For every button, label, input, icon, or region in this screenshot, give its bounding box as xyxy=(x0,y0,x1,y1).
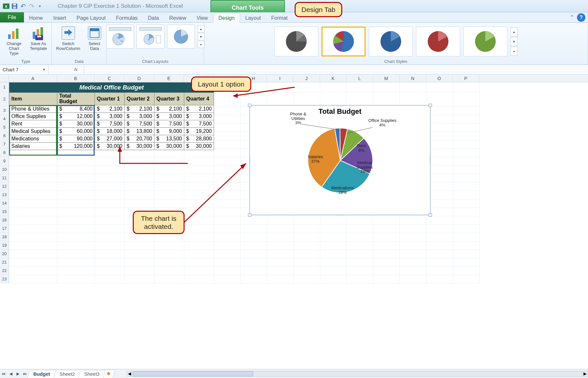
cell-q2[interactable]: $30,000 xyxy=(125,142,154,150)
row-head-8[interactable]: 8 xyxy=(0,148,9,157)
page-layout-tab[interactable]: Page Layout xyxy=(71,13,111,22)
chart-handle-se[interactable] xyxy=(429,213,432,217)
chart-handle-e[interactable]: ···· xyxy=(427,156,432,164)
review-tab[interactable]: Review xyxy=(164,13,191,22)
chart-style-2[interactable] xyxy=(322,27,366,56)
chart-style-5[interactable] xyxy=(463,27,507,56)
cell-q2[interactable]: $3,000 xyxy=(125,112,154,120)
select-all-corner[interactable] xyxy=(0,75,9,82)
cell-q3[interactable]: $3,000 xyxy=(154,112,184,120)
row-head-19[interactable]: 19 xyxy=(0,241,9,250)
chart-handle-n[interactable]: ···· xyxy=(336,103,344,108)
cell-q3[interactable]: $30,000 xyxy=(154,142,184,150)
row-head-14[interactable]: 14 xyxy=(0,199,9,207)
row-head-15[interactable]: 15 xyxy=(0,207,9,216)
chart-style-3[interactable] xyxy=(369,27,413,56)
row-head-7[interactable]: 7 xyxy=(0,140,9,148)
col-head-M[interactable]: M xyxy=(373,75,400,82)
cell-total[interactable]: $8,400 xyxy=(57,105,95,112)
redo-icon[interactable]: ↷ xyxy=(28,3,35,10)
worksheet-grid[interactable]: 1234567891011121314151617181920212223 Me… xyxy=(0,82,588,377)
chart-handle-nw[interactable] xyxy=(248,104,251,107)
chart-handle-s[interactable]: ···· xyxy=(336,212,344,217)
horizontal-scrollbar[interactable]: ◀ ▶ xyxy=(127,371,588,377)
sheet-nav-first[interactable]: ⏮ xyxy=(0,371,7,377)
cell-item[interactable]: Rent xyxy=(9,120,57,127)
design-tab[interactable]: Design xyxy=(213,13,240,23)
cell-q2[interactable]: $2,100 xyxy=(125,105,154,112)
col-head-K[interactable]: K xyxy=(320,75,346,82)
col-head-E[interactable]: E xyxy=(154,75,184,82)
fx-icon[interactable]: fx xyxy=(68,65,84,74)
col-head-O[interactable]: O xyxy=(426,75,453,82)
formula-input[interactable] xyxy=(84,65,588,74)
cell-q4[interactable]: $7,500 xyxy=(184,120,214,127)
chart-handle-ne[interactable] xyxy=(429,104,432,107)
row-head-6[interactable]: 6 xyxy=(0,132,9,140)
view-tab[interactable]: View xyxy=(191,13,213,22)
hscroll-thumb[interactable] xyxy=(133,371,253,376)
cell-q1[interactable]: $3,000 xyxy=(95,112,125,120)
sheet-nav-next[interactable]: ▶ xyxy=(15,371,21,377)
cell-total[interactable]: $12,000 xyxy=(57,112,95,120)
cell-q4[interactable]: $19,200 xyxy=(184,127,214,135)
cell-q1[interactable]: $2,100 xyxy=(95,105,125,112)
select-data-button[interactable]: Select Data xyxy=(85,25,104,52)
minimize-ribbon-icon[interactable]: ⌃ xyxy=(570,14,574,21)
row-head-16[interactable]: 16 xyxy=(0,216,9,224)
cell-total[interactable]: $60,000 xyxy=(57,127,95,135)
chart-layout-3[interactable] xyxy=(167,25,195,49)
cell-q1[interactable]: $30,000 xyxy=(95,142,125,150)
row-head-17[interactable]: 17 xyxy=(0,224,9,233)
row-head-22[interactable]: 22 xyxy=(0,266,9,275)
cell-q1[interactable]: $7,500 xyxy=(95,120,125,127)
cell-q3[interactable]: $2,100 xyxy=(154,105,184,112)
qat-dropdown-icon[interactable]: ▾ xyxy=(36,3,43,10)
row-head-10[interactable]: 10 xyxy=(0,165,9,174)
home-tab[interactable]: Home xyxy=(24,13,48,22)
col-head-L[interactable]: L xyxy=(346,75,373,82)
cell-q4[interactable]: $2,100 xyxy=(184,105,214,112)
cell-q1[interactable]: $18,000 xyxy=(95,127,125,135)
cell-q4[interactable]: $30,000 xyxy=(184,142,214,150)
col-head-C[interactable]: C xyxy=(95,75,124,82)
cell-item[interactable]: Salaries xyxy=(9,142,57,150)
save-icon[interactable] xyxy=(11,3,18,10)
cell-item[interactable]: Medications xyxy=(9,135,57,142)
sheet-tab-budget[interactable]: Budget xyxy=(28,370,56,378)
row-head-2[interactable]: 2 xyxy=(0,92,9,106)
col-head-P[interactable]: P xyxy=(453,75,479,82)
col-head-D[interactable]: D xyxy=(124,75,154,82)
col-head-A[interactable]: A xyxy=(9,75,57,82)
undo-icon[interactable]: ↶ xyxy=(19,3,27,10)
new-sheet-button[interactable]: ✱ xyxy=(103,370,115,378)
cell-item[interactable]: Medical Supplies xyxy=(9,127,57,135)
sheet-tab-sheet3[interactable]: Sheet3 xyxy=(78,370,106,378)
col-head-J[interactable]: J xyxy=(293,75,320,82)
cell-q3[interactable]: $7,500 xyxy=(154,120,184,127)
row-head-21[interactable]: 21 xyxy=(0,258,9,266)
format-tab[interactable]: Format xyxy=(266,13,293,22)
cell-q2[interactable]: $20,700 xyxy=(125,135,154,142)
col-head-I[interactable]: I xyxy=(267,75,293,82)
row-head-18[interactable]: 18 xyxy=(0,233,9,241)
switch-row-column-button[interactable]: Switch Row/Column xyxy=(55,25,81,52)
cell-item[interactable]: Phone & Utilities xyxy=(9,105,57,112)
row-head-13[interactable]: 13 xyxy=(0,191,9,199)
cell-total[interactable]: $30,000 xyxy=(57,120,95,127)
row-head-11[interactable]: 11 xyxy=(0,174,9,182)
formulas-tab[interactable]: Formulas xyxy=(111,13,143,22)
chart-style-1[interactable] xyxy=(274,27,318,56)
cell-q4[interactable]: $3,000 xyxy=(184,112,214,120)
row-head-12[interactable]: 12 xyxy=(0,182,9,191)
embedded-chart[interactable]: ···· ···· ···· ···· Total Budget Phone &… xyxy=(249,105,431,215)
col-head-N[interactable]: N xyxy=(400,75,426,82)
row-head-20[interactable]: 20 xyxy=(0,250,9,258)
cell-q1[interactable]: $27,000 xyxy=(95,135,125,142)
change-chart-type-button[interactable]: Change Chart Type xyxy=(3,25,25,57)
chart-layout-1[interactable]: %% xyxy=(106,25,134,49)
row-head-9[interactable]: 9 xyxy=(0,157,9,165)
name-box-dropdown-icon[interactable]: ▼ xyxy=(42,68,46,71)
layout-tab[interactable]: Layout xyxy=(240,13,266,22)
file-tab[interactable]: File xyxy=(0,12,24,22)
